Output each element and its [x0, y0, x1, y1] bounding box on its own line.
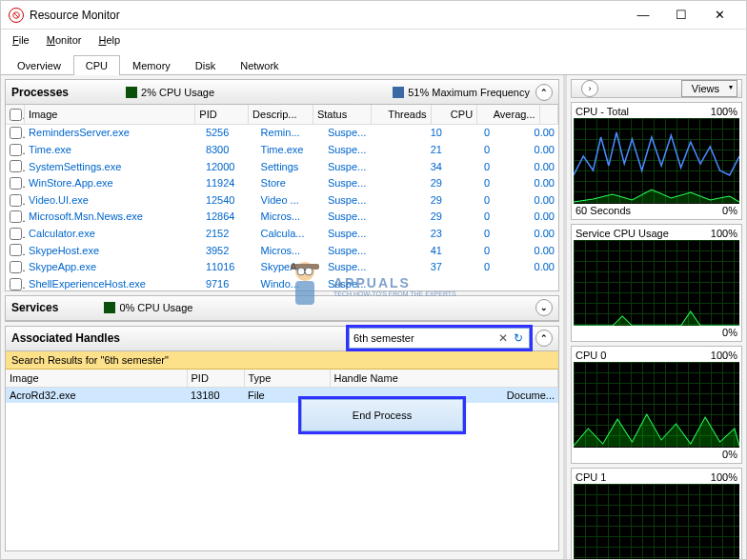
col-cpu[interactable]: CPU	[431, 105, 476, 124]
process-desc: Windo...	[257, 275, 324, 290]
col-description[interactable]: Descrip...	[249, 105, 313, 124]
process-checkbox[interactable]	[10, 278, 22, 290]
col-handle-type[interactable]: Type	[244, 370, 330, 388]
handles-table-body[interactable]: AcroRd32.exe13180FileDocume...	[6, 388, 558, 502]
search-results-bar: Search Results for "6th semester"	[6, 351, 558, 370]
graph-cpu0: CPU 0100%0%	[571, 346, 742, 464]
processes-title: Processes	[11, 86, 69, 99]
process-checkbox[interactable]	[10, 194, 22, 207]
menu-file[interactable]: File	[5, 32, 37, 48]
process-row[interactable]: SkypeApp.exe11016SkypeA...Suspe...3700.0…	[6, 258, 558, 275]
process-row[interactable]: Calculator.exe2152Calcula...Suspe...2300…	[6, 225, 558, 242]
process-desc: Micros...	[257, 242, 324, 259]
select-all-checkbox[interactable]	[10, 109, 22, 121]
process-row[interactable]: RemindersServer.exe5256Remin...Suspe...1…	[6, 125, 558, 142]
processes-table-body[interactable]: RemindersServer.exe5256Remin...Suspe...1…	[6, 125, 558, 290]
collapse-processes-button[interactable]: ⌃	[535, 84, 553, 101]
process-avg: 0.00	[494, 125, 558, 142]
process-image: SkypeHost.exe	[25, 242, 202, 259]
process-threads: 41	[384, 242, 446, 259]
services-cpu-label: 0% CPU Usage	[119, 302, 192, 313]
process-image: Video.UI.exe	[25, 191, 202, 209]
expand-services-button[interactable]: ⌄	[535, 299, 553, 316]
process-pid: 11924	[202, 174, 257, 191]
process-row[interactable]: Time.exe8300Time.exeSuspe...2100.00	[6, 141, 558, 158]
graph-title: CPU 0	[575, 350, 606, 361]
process-row[interactable]: SystemSettings.exe12000SettingsSuspe...3…	[6, 158, 558, 175]
col-handle-name[interactable]: Handle Name	[330, 370, 558, 388]
process-status: Suspe...	[324, 141, 384, 158]
process-row[interactable]: ShellExperienceHost.exe9716Windo...Suspe…	[6, 275, 558, 290]
menu-monitor[interactable]: Monitor	[39, 32, 90, 48]
minimize-button[interactable]: —	[624, 2, 662, 29]
process-row[interactable]: Microsoft.Msn.News.exe12864Micros...Susp…	[6, 209, 558, 226]
graph-max: 100%	[711, 350, 737, 361]
process-avg: 0.00	[494, 174, 558, 191]
handles-title: Associated Handles	[11, 331, 120, 345]
process-image: WinStore.App.exe	[25, 174, 202, 191]
process-cpu: 0	[446, 258, 494, 275]
collapse-graphs-button[interactable]: ›	[581, 80, 598, 97]
processes-header[interactable]: Processes 2% CPU Usage 51% Maximum Frequ…	[6, 80, 558, 105]
process-pid: 11016	[202, 258, 257, 275]
handle-pid: 13180	[187, 388, 244, 403]
process-threads: 34	[384, 158, 446, 175]
close-button[interactable]: ✕	[700, 2, 738, 29]
process-checkbox[interactable]	[10, 210, 22, 223]
tab-overview[interactable]: Overview	[5, 55, 73, 75]
process-checkbox[interactable]	[10, 177, 22, 190]
handles-panel: Associated Handles ✕ ↻ ⌃ Search Results …	[5, 326, 559, 551]
process-pid: 12864	[202, 209, 257, 226]
process-cpu	[446, 275, 494, 290]
maximize-button[interactable]: ☐	[662, 2, 700, 29]
process-desc: Time.exe	[257, 141, 324, 158]
process-threads: 29	[384, 191, 446, 209]
graph-cpu1: CPU 1100%	[571, 468, 742, 559]
process-image: SystemSettings.exe	[25, 158, 202, 175]
process-avg: 0.00	[494, 191, 558, 209]
handles-search-input[interactable]	[353, 332, 495, 344]
col-handle-image[interactable]: Image	[6, 370, 187, 388]
graph-max: 100%	[711, 471, 737, 483]
max-freq-label: 51% Maximum Frequency	[408, 87, 530, 98]
tab-disk[interactable]: Disk	[183, 55, 228, 75]
menu-help[interactable]: Help	[91, 32, 128, 48]
handles-header[interactable]: Associated Handles ✕ ↻ ⌃	[6, 327, 558, 351]
handle-row[interactable]: AcroRd32.exe13180FileDocume...	[6, 388, 558, 403]
tab-cpu[interactable]: CPU	[73, 55, 120, 75]
views-dropdown[interactable]: Views	[681, 80, 737, 97]
process-checkbox[interactable]	[10, 127, 22, 139]
process-threads: 37	[384, 258, 446, 275]
process-row[interactable]: SkypeHost.exe3952Micros...Suspe...4100.0…	[6, 242, 558, 259]
graph-title: CPU 1	[575, 471, 606, 483]
process-row[interactable]: Video.UI.exe12540Video ...Suspe...2900.0…	[6, 191, 558, 209]
process-checkbox[interactable]	[10, 144, 22, 156]
col-handle-pid[interactable]: PID	[187, 370, 244, 388]
end-process-menu-item[interactable]: End Process	[302, 406, 462, 425]
process-desc: Store	[257, 174, 324, 191]
process-desc: Calcula...	[257, 225, 324, 242]
process-checkbox[interactable]	[10, 261, 22, 273]
graph-br: 0%	[722, 205, 737, 216]
process-row[interactable]: WinStore.App.exe11924StoreSuspe...2900.0…	[6, 174, 558, 191]
process-checkbox[interactable]	[10, 228, 22, 240]
collapse-handles-button[interactable]: ⌃	[535, 330, 553, 347]
col-pid[interactable]: PID	[195, 105, 249, 124]
graph-cpu_total: CPU - Total100%60 Seconds0%	[571, 102, 742, 220]
process-checkbox[interactable]	[10, 160, 22, 172]
search-clear-button[interactable]: ✕	[495, 331, 512, 345]
process-checkbox[interactable]	[10, 244, 22, 256]
process-avg: 0.00	[494, 225, 558, 242]
search-refresh-button[interactable]: ↻	[512, 331, 525, 345]
col-threads[interactable]: Threads	[371, 105, 431, 124]
services-header[interactable]: Services 0% CPU Usage ⌄	[6, 296, 558, 321]
process-pid: 3952	[202, 242, 257, 259]
process-cpu: 0	[446, 158, 494, 175]
tab-network[interactable]: Network	[228, 55, 291, 75]
col-status[interactable]: Status	[313, 105, 371, 124]
col-image[interactable]: Image	[24, 105, 194, 124]
col-average[interactable]: Averag...	[477, 105, 539, 124]
tab-memory[interactable]: Memory	[120, 55, 183, 75]
process-status: Suspe...	[324, 158, 384, 175]
process-status: Suspe...	[324, 191, 384, 209]
